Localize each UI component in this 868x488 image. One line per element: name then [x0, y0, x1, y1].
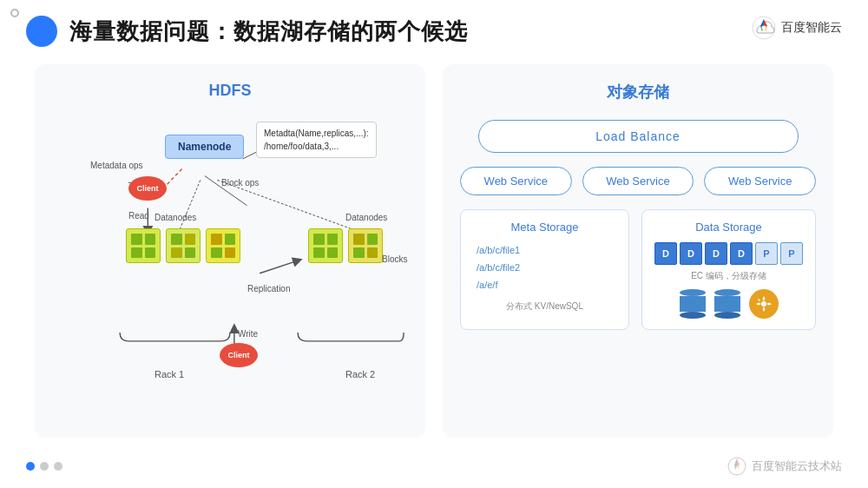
metadata-ops-label: Metadata ops [90, 161, 143, 170]
storage-cylinder-2 [714, 289, 740, 319]
page-title: 海量数据问题：数据湖存储的两个候选 [69, 16, 468, 47]
watermark-icon [727, 457, 746, 476]
baidu-logo-icon [752, 16, 776, 40]
rack2-label: Rack 2 [345, 369, 375, 379]
read-label: Read [128, 211, 149, 221]
svg-line-8 [217, 180, 357, 231]
storage-icons-row [654, 289, 803, 319]
web-service-row: Web Service Web Service Web Service [460, 167, 816, 195]
datanode-group-left [126, 228, 240, 263]
metadata-line1: Metadta(Name,replicas,...): [264, 127, 369, 140]
client-top: Client [128, 176, 167, 201]
dot-inactive-2 [54, 462, 62, 471]
web-service-button-1[interactable]: Web Service [460, 167, 572, 195]
svg-point-11 [761, 301, 766, 307]
hdfs-diagram: Namenode Metadta(Name,replicas,...): /ho… [52, 117, 408, 412]
file-1: /a/b/c/file1 [477, 242, 616, 260]
load-balance-button[interactable]: Load Balance [478, 120, 799, 153]
footer: 百度智能云技术站 [0, 457, 868, 476]
storage-cylinder-1 [680, 289, 706, 319]
footer-watermark: 百度智能云技术站 [727, 457, 842, 476]
datanodes-label-right: Datanodes [345, 213, 387, 222]
data-storage-box: Data Storage D D D D P P EC 编码，分级存储 [641, 209, 816, 330]
svg-line-7 [179, 180, 200, 231]
data-storage-label: EC 编码，分级存储 [654, 270, 803, 282]
p-block-2: P [780, 242, 803, 265]
meta-storage-label: 分布式 KV/NewSQL [473, 300, 616, 313]
header: 海量数据问题：数据湖存储的两个候选 百度智能云 [0, 0, 868, 56]
data-storage-title: Data Storage [654, 221, 803, 234]
rack1-label: Rack 1 [155, 369, 184, 379]
svg-line-9 [260, 260, 298, 274]
meta-storage-title: Meta Storage [473, 221, 616, 234]
d-block-1: D [654, 242, 677, 265]
data-blocks-row: D D D D P P [654, 242, 803, 265]
dot-inactive-1 [40, 462, 49, 471]
storage-sub-row: Meta Storage /a/b/c/file1 /a/b/c/file2 /… [460, 209, 816, 330]
p-block-1: P [755, 242, 778, 265]
storage-title: 对象存储 [460, 82, 816, 102]
datanodes-label-left: Datanodes [155, 213, 196, 222]
d-block-3: D [705, 242, 727, 265]
replication-label: Replication [247, 284, 290, 293]
web-service-button-2[interactable]: Web Service [582, 167, 694, 195]
datanode-box-3 [206, 228, 240, 263]
dot-active [26, 462, 35, 471]
datanode-box-2 [166, 228, 201, 263]
blocks-label: Blocks [382, 254, 407, 264]
client-bottom: Client [220, 343, 258, 367]
meta-storage-files: /a/b/c/file1 /a/b/c/file2 /a/e/f [473, 242, 616, 293]
hdfs-panel: HDFS [35, 64, 425, 438]
hdfs-title: HDFS [52, 82, 408, 100]
gear-icon [749, 289, 779, 319]
svg-point-1 [762, 26, 766, 30]
file-3: /a/e/f [477, 277, 616, 294]
d-block-2: D [680, 242, 702, 265]
write-label: Write [238, 329, 258, 339]
file-2: /a/b/c/file2 [477, 260, 616, 277]
web-service-button-3[interactable]: Web Service [704, 167, 816, 195]
datanode-box-4 [308, 228, 343, 263]
meta-storage-box: Meta Storage /a/b/c/file1 /a/b/c/file2 /… [460, 209, 629, 330]
datanode-box-1 [126, 228, 161, 263]
object-storage-panel: 对象存储 Load Balance Web Service Web Servic… [443, 64, 833, 438]
main-content: HDFS [0, 56, 868, 446]
watermark-text: 百度智能云技术站 [752, 458, 842, 474]
datanode-box-5 [348, 228, 383, 263]
baidu-logo-text: 百度智能云 [781, 20, 842, 36]
namenode-box: Namenode [165, 135, 244, 159]
block-ops-label: Block ops [221, 178, 259, 188]
d-block-4: D [730, 242, 753, 265]
header-blue-dot [26, 16, 57, 47]
datanode-group-right [308, 228, 383, 263]
baidu-logo: 百度智能云 [752, 16, 842, 40]
metadata-box: Metadta(Name,replicas,...): /home/foo/da… [256, 122, 377, 158]
footer-dots [26, 462, 62, 471]
metadata-line2: /home/foo/data,3,... [264, 140, 369, 153]
